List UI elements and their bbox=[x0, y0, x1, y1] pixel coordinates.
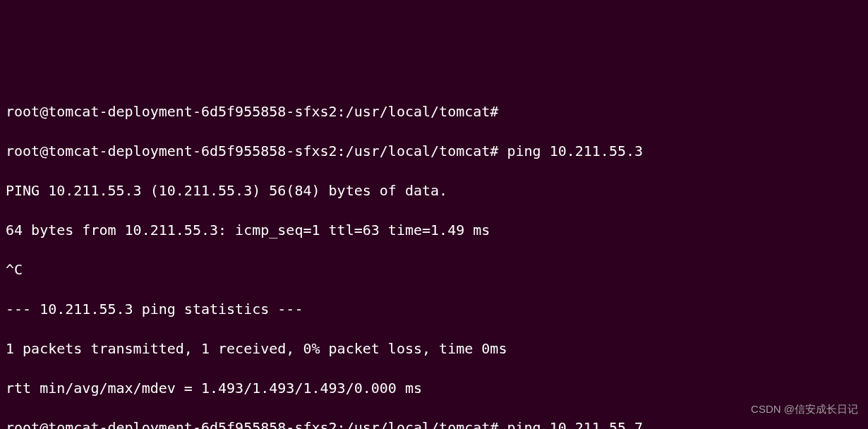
terminal-line: root@tomcat-deployment-6d5f955858-sfxs2:… bbox=[6, 418, 862, 429]
terminal-output[interactable]: root@tomcat-deployment-6d5f955858-sfxs2:… bbox=[6, 82, 862, 429]
terminal-line: ^C bbox=[6, 260, 862, 279]
terminal-line: PING 10.211.55.3 (10.211.55.3) 56(84) by… bbox=[6, 181, 862, 200]
terminal-line: root@tomcat-deployment-6d5f955858-sfxs2:… bbox=[6, 141, 862, 161]
terminal-line: rtt min/avg/max/mdev = 1.493/1.493/1.493… bbox=[6, 378, 862, 398]
watermark-text: CSDN @信安成长日记 bbox=[751, 401, 858, 416]
terminal-line: 1 packets transmitted, 1 received, 0% pa… bbox=[6, 339, 862, 358]
terminal-line: --- 10.211.55.3 ping statistics --- bbox=[6, 299, 862, 319]
terminal-line: root@tomcat-deployment-6d5f955858-sfxs2:… bbox=[6, 102, 862, 121]
terminal-line: 64 bytes from 10.211.55.3: icmp_seq=1 tt… bbox=[6, 220, 862, 240]
